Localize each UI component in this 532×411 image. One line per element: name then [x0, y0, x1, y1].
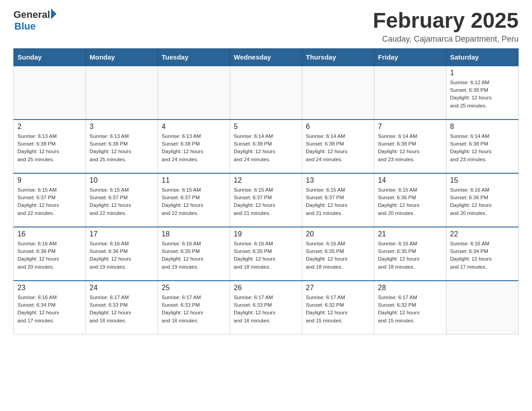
location-subtitle: Cauday, Cajamarca Department, Peru: [373, 34, 519, 44]
header-tuesday: Tuesday: [158, 48, 230, 66]
day-number: 18: [162, 230, 226, 238]
day-info: Sunrise: 6:16 AMSunset: 6:35 PMDaylight:…: [306, 240, 370, 271]
table-row: 25Sunrise: 6:17 AMSunset: 6:33 PMDayligh…: [158, 281, 230, 334]
day-info: Sunrise: 6:14 AMSunset: 6:38 PMDaylight:…: [306, 133, 370, 163]
table-row: [446, 281, 519, 334]
day-info: Sunrise: 6:17 AMSunset: 6:32 PMDaylight:…: [378, 294, 442, 325]
day-number: 2: [17, 123, 82, 131]
table-row: 18Sunrise: 6:16 AMSunset: 6:35 PMDayligh…: [158, 227, 230, 281]
day-number: 27: [306, 284, 370, 292]
title-section: February 2025 Cauday, Cajamarca Departme…: [373, 9, 519, 44]
table-row: 2Sunrise: 6:13 AMSunset: 6:38 PMDaylight…: [14, 120, 86, 173]
calendar-week-row: 9Sunrise: 6:15 AMSunset: 6:37 PMDaylight…: [14, 173, 519, 227]
table-row: 16Sunrise: 6:16 AMSunset: 6:36 PMDayligh…: [14, 227, 86, 281]
table-row: 19Sunrise: 6:16 AMSunset: 6:35 PMDayligh…: [230, 227, 302, 281]
day-info: Sunrise: 6:15 AMSunset: 6:36 PMDaylight:…: [378, 186, 442, 217]
page-header: General Blue February 2025 Cauday, Cajam…: [13, 9, 519, 44]
table-row: 12Sunrise: 6:15 AMSunset: 6:37 PMDayligh…: [230, 173, 302, 227]
day-info: Sunrise: 6:15 AMSunset: 6:37 PMDaylight:…: [17, 186, 82, 217]
table-row: 10Sunrise: 6:15 AMSunset: 6:37 PMDayligh…: [86, 173, 158, 227]
day-number: 25: [162, 284, 226, 292]
day-number: 3: [90, 123, 154, 131]
day-info: Sunrise: 6:15 AMSunset: 6:37 PMDaylight:…: [234, 186, 298, 217]
header-sunday: Sunday: [14, 48, 86, 66]
day-number: 23: [17, 284, 82, 292]
day-number: 10: [90, 176, 154, 184]
calendar-header-row: Sunday Monday Tuesday Wednesday Thursday…: [14, 48, 519, 66]
table-row: [158, 66, 230, 120]
logo-arrow-icon: [51, 9, 56, 19]
day-info: Sunrise: 6:17 AMSunset: 6:32 PMDaylight:…: [306, 294, 370, 325]
day-info: Sunrise: 6:13 AMSunset: 6:38 PMDaylight:…: [17, 133, 82, 163]
calendar-week-row: 23Sunrise: 6:16 AMSunset: 6:34 PMDayligh…: [14, 281, 519, 334]
header-thursday: Thursday: [302, 48, 374, 66]
logo: General Blue: [13, 9, 56, 32]
table-row: 22Sunrise: 6:16 AMSunset: 6:34 PMDayligh…: [446, 227, 519, 281]
table-row: 23Sunrise: 6:16 AMSunset: 6:34 PMDayligh…: [14, 281, 86, 334]
day-number: 26: [234, 284, 298, 292]
table-row: 17Sunrise: 6:16 AMSunset: 6:36 PMDayligh…: [86, 227, 158, 281]
table-row: 11Sunrise: 6:15 AMSunset: 6:37 PMDayligh…: [158, 173, 230, 227]
month-title: February 2025: [373, 9, 519, 33]
table-row: [302, 66, 374, 120]
day-number: 28: [378, 284, 442, 292]
table-row: 28Sunrise: 6:17 AMSunset: 6:32 PMDayligh…: [374, 281, 446, 334]
table-row: 7Sunrise: 6:14 AMSunset: 6:38 PMDaylight…: [374, 120, 446, 173]
day-number: 17: [90, 230, 154, 238]
table-row: 1Sunrise: 6:12 AMSunset: 6:38 PMDaylight…: [446, 66, 519, 120]
table-row: 20Sunrise: 6:16 AMSunset: 6:35 PMDayligh…: [302, 227, 374, 281]
day-number: 6: [306, 123, 370, 131]
table-row: 14Sunrise: 6:15 AMSunset: 6:36 PMDayligh…: [374, 173, 446, 227]
calendar-table: Sunday Monday Tuesday Wednesday Thursday…: [13, 48, 519, 335]
day-info: Sunrise: 6:14 AMSunset: 6:38 PMDaylight:…: [378, 133, 442, 163]
day-info: Sunrise: 6:15 AMSunset: 6:37 PMDaylight:…: [306, 186, 370, 217]
day-info: Sunrise: 6:12 AMSunset: 6:38 PMDaylight:…: [450, 79, 515, 110]
calendar-week-row: 16Sunrise: 6:16 AMSunset: 6:36 PMDayligh…: [14, 227, 519, 281]
day-info: Sunrise: 6:17 AMSunset: 6:33 PMDaylight:…: [90, 294, 154, 325]
day-info: Sunrise: 6:16 AMSunset: 6:36 PMDaylight:…: [90, 240, 154, 271]
table-row: 3Sunrise: 6:13 AMSunset: 6:38 PMDaylight…: [86, 120, 158, 173]
table-row: 24Sunrise: 6:17 AMSunset: 6:33 PMDayligh…: [86, 281, 158, 334]
header-saturday: Saturday: [446, 48, 519, 66]
day-info: Sunrise: 6:15 AMSunset: 6:37 PMDaylight:…: [162, 186, 226, 217]
table-row: 9Sunrise: 6:15 AMSunset: 6:37 PMDaylight…: [14, 173, 86, 227]
day-number: 24: [90, 284, 154, 292]
day-number: 8: [450, 123, 515, 131]
day-info: Sunrise: 6:14 AMSunset: 6:38 PMDaylight:…: [450, 133, 515, 163]
table-row: 4Sunrise: 6:13 AMSunset: 6:38 PMDaylight…: [158, 120, 230, 173]
table-row: [374, 66, 446, 120]
day-info: Sunrise: 6:16 AMSunset: 6:35 PMDaylight:…: [162, 240, 226, 271]
calendar-week-row: 1Sunrise: 6:12 AMSunset: 6:38 PMDaylight…: [14, 66, 519, 120]
day-info: Sunrise: 6:16 AMSunset: 6:35 PMDaylight:…: [234, 240, 298, 271]
day-info: Sunrise: 6:17 AMSunset: 6:33 PMDaylight:…: [234, 294, 298, 325]
day-info: Sunrise: 6:15 AMSunset: 6:37 PMDaylight:…: [90, 186, 154, 217]
logo-general-text: General: [13, 9, 50, 21]
day-number: 21: [378, 230, 442, 238]
day-number: 13: [306, 176, 370, 184]
day-number: 15: [450, 176, 515, 184]
day-number: 4: [162, 123, 226, 131]
day-info: Sunrise: 6:17 AMSunset: 6:33 PMDaylight:…: [162, 294, 226, 325]
table-row: 8Sunrise: 6:14 AMSunset: 6:38 PMDaylight…: [446, 120, 519, 173]
header-friday: Friday: [374, 48, 446, 66]
table-row: 21Sunrise: 6:16 AMSunset: 6:35 PMDayligh…: [374, 227, 446, 281]
day-info: Sunrise: 6:14 AMSunset: 6:38 PMDaylight:…: [234, 133, 298, 163]
day-info: Sunrise: 6:13 AMSunset: 6:38 PMDaylight:…: [90, 133, 154, 163]
day-info: Sunrise: 6:16 AMSunset: 6:34 PMDaylight:…: [17, 294, 82, 325]
day-info: Sunrise: 6:16 AMSunset: 6:35 PMDaylight:…: [378, 240, 442, 271]
logo-blue-text: Blue: [14, 21, 56, 32]
day-info: Sunrise: 6:16 AMSunset: 6:36 PMDaylight:…: [17, 240, 82, 271]
day-number: 11: [162, 176, 226, 184]
day-number: 14: [378, 176, 442, 184]
header-wednesday: Wednesday: [230, 48, 302, 66]
table-row: [14, 66, 86, 120]
day-info: Sunrise: 6:13 AMSunset: 6:38 PMDaylight:…: [162, 133, 226, 163]
day-number: 22: [450, 230, 515, 238]
day-number: 20: [306, 230, 370, 238]
day-number: 12: [234, 176, 298, 184]
calendar-week-row: 2Sunrise: 6:13 AMSunset: 6:38 PMDaylight…: [14, 120, 519, 173]
day-number: 16: [17, 230, 82, 238]
day-number: 9: [17, 176, 82, 184]
day-info: Sunrise: 6:16 AMSunset: 6:36 PMDaylight:…: [450, 186, 515, 217]
table-row: 6Sunrise: 6:14 AMSunset: 6:38 PMDaylight…: [302, 120, 374, 173]
